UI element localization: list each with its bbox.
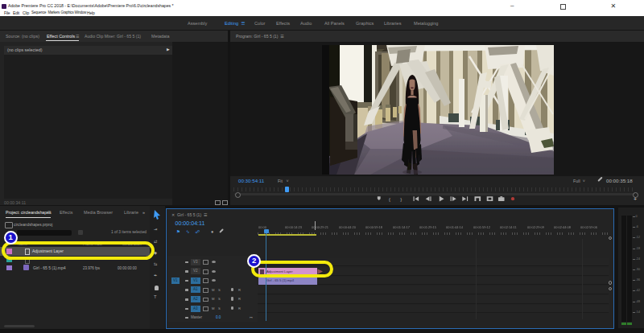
svg-text:}: } [400, 197, 402, 202]
svg-text:{: { [389, 197, 390, 202]
